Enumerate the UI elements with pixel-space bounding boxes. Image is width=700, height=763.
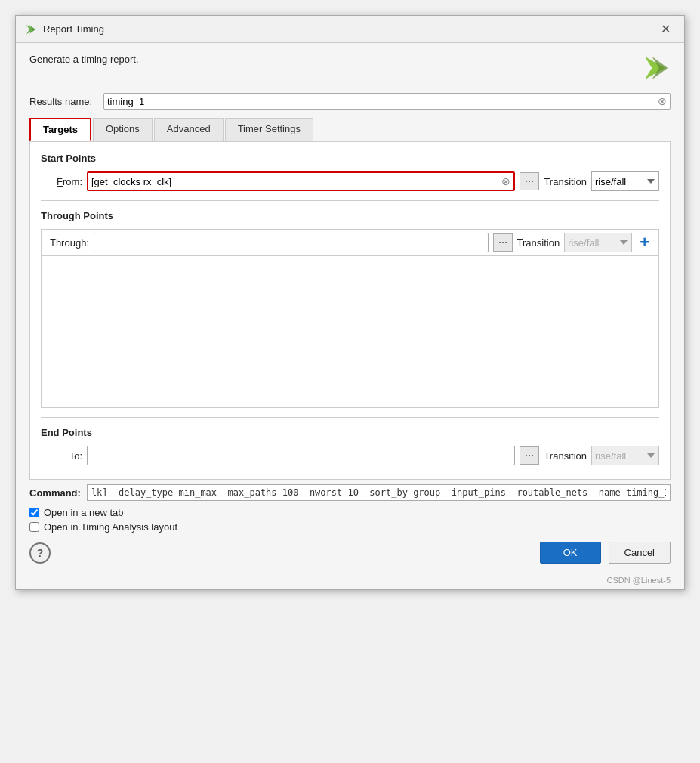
open-timing-layout-label[interactable]: Open in Timing Analysis layout [44, 521, 177, 533]
divider-1 [41, 200, 659, 201]
results-input-wrap: ⊗ [103, 93, 671, 110]
open-new-tab-checkbox[interactable] [29, 508, 39, 517]
help-button[interactable]: ? [29, 542, 51, 564]
through-input[interactable] [97, 237, 485, 249]
to-row: To: ⋯ Transition rise/fall rise fall [41, 446, 659, 465]
tab-targets[interactable]: Targets [29, 118, 91, 141]
to-input[interactable] [91, 450, 511, 462]
header-logo-icon [642, 54, 671, 82]
dialog-description: Generate a timing report. [29, 54, 139, 65]
report-timing-dialog: Report Timing ✕ Generate a timing report… [15, 15, 685, 590]
from-browse-button[interactable]: ⋯ [520, 172, 539, 190]
command-input[interactable] [87, 484, 671, 501]
results-name-row: Results name: ⊗ [16, 90, 684, 117]
footer: ? OK Cancel [16, 534, 684, 574]
to-label: To: [41, 450, 82, 462]
tab-options[interactable]: Options [93, 118, 153, 141]
title-bar: Report Timing ✕ [16, 16, 684, 43]
checkbox-timing-layout-row: Open in Timing Analysis layout [16, 520, 684, 534]
through-empty-area [42, 256, 658, 407]
from-input[interactable] [91, 176, 498, 187]
through-input-wrap [94, 233, 489, 252]
from-row: From: ⊗ ⋯ Transition rise/fall rise fall [41, 171, 659, 191]
through-points-title: Through Points [41, 210, 659, 221]
watermark: CSDN @Linest-5 [16, 574, 684, 589]
from-input-wrap: ⊗ [87, 171, 515, 191]
through-add-button[interactable]: + [637, 234, 652, 251]
results-clear-icon[interactable]: ⊗ [658, 95, 667, 107]
open-new-tab-label[interactable]: Open in a new tab [44, 507, 124, 518]
results-name-label: Results name: [29, 96, 97, 107]
to-transition-select[interactable]: rise/fall rise fall [591, 446, 659, 465]
tabs-bar: Targets Options Advanced Timer Settings [16, 117, 684, 141]
from-clear-icon[interactable]: ⊗ [501, 175, 510, 187]
divider-2 [41, 417, 659, 418]
through-transition-label: Transition [517, 237, 560, 249]
ok-button[interactable]: OK [540, 542, 601, 564]
from-transition-label: Transition [544, 176, 587, 187]
from-label: From: [41, 176, 82, 187]
open-timing-layout-checkbox[interactable] [29, 522, 39, 532]
results-name-input[interactable] [107, 96, 655, 107]
dialog-title: Report Timing [43, 23, 104, 35]
close-button[interactable]: ✕ [656, 22, 675, 37]
through-transition-select[interactable]: rise/fall rise fall [564, 233, 632, 252]
cancel-button[interactable]: Cancel [609, 542, 671, 564]
through-browse-button[interactable]: ⋯ [493, 233, 513, 252]
end-points-title: End Points [41, 427, 659, 438]
through-header-row: Through: ⋯ Transition rise/fall rise fal… [42, 230, 658, 256]
start-points-title: Start Points [41, 153, 659, 164]
title-bar-left: Report Timing [25, 23, 104, 36]
app-logo-icon [25, 23, 37, 36]
from-transition-select[interactable]: rise/fall rise fall [591, 171, 659, 191]
tab-advanced[interactable]: Advanced [154, 118, 224, 141]
dialog-header: Generate a timing report. [16, 43, 684, 90]
through-label: Through: [48, 237, 89, 249]
command-row: Command: [16, 480, 684, 505]
content-area: Start Points From: ⊗ ⋯ Transition rise/f… [29, 141, 671, 480]
command-label: Command: [29, 487, 81, 499]
footer-right: OK Cancel [540, 542, 671, 564]
to-transition-label: Transition [544, 450, 587, 462]
through-table: Through: ⋯ Transition rise/fall rise fal… [41, 229, 659, 408]
tab-timer-settings[interactable]: Timer Settings [225, 118, 313, 141]
checkbox-new-tab-row: Open in a new tab [16, 505, 684, 520]
to-input-wrap [87, 446, 515, 465]
to-browse-button[interactable]: ⋯ [520, 446, 539, 465]
